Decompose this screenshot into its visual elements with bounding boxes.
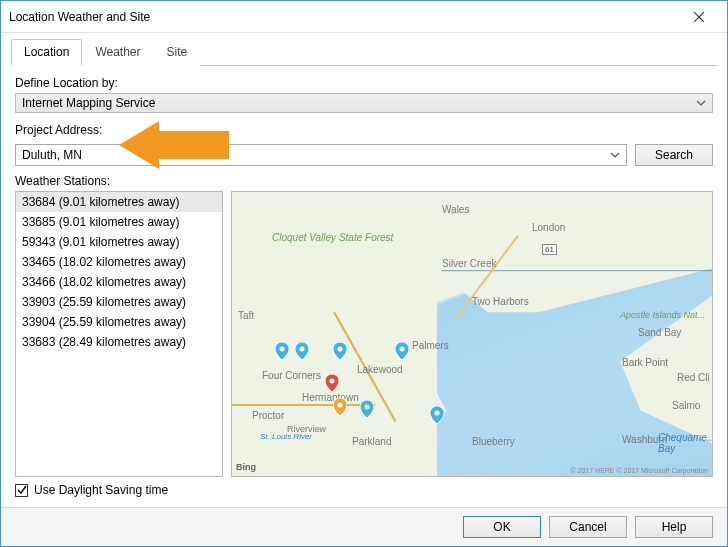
list-item[interactable]: 33685 (9.01 kilometres away) [16, 212, 222, 232]
list-item[interactable]: 59343 (9.01 kilometres away) [16, 232, 222, 252]
map-attribution-bing: Bing [236, 462, 256, 472]
tab-location[interactable]: Location [11, 39, 82, 66]
map-view[interactable]: Wales London Cloquet Valley State Forest… [231, 191, 713, 477]
map-place-label: Apostle Islands Nat... [620, 310, 705, 320]
map-place-label: Wales [442, 204, 469, 215]
daylight-saving-label: Use Daylight Saving time [34, 483, 168, 497]
map-place-label: London [532, 222, 565, 233]
dialog-window: Location Weather and Site Location Weath… [0, 0, 728, 547]
map-place-label: Chequame... Bay [658, 432, 713, 454]
daylight-saving-checkbox[interactable] [15, 484, 28, 497]
weather-stations-label: Weather Stations: [15, 174, 713, 188]
svg-point-5 [280, 347, 285, 352]
map-place-label: Parkland [352, 436, 391, 447]
list-item[interactable]: 33466 (18.02 kilometres away) [16, 272, 222, 292]
road-badge: 61 [542, 244, 557, 255]
svg-point-12 [435, 411, 440, 416]
map-place-label: Two Harbors [472, 296, 529, 307]
close-button[interactable] [679, 3, 719, 31]
svg-point-6 [300, 347, 305, 352]
tab-strip: Location Weather Site [1, 33, 727, 66]
list-item[interactable]: 33465 (18.02 kilometres away) [16, 252, 222, 272]
map-place-label: Red Cli [677, 372, 710, 383]
define-location-value: Internet Mapping Service [22, 96, 155, 110]
map-place-label: Blueberry [472, 436, 515, 447]
list-item[interactable]: 33684 (9.01 kilometres away) [16, 192, 222, 212]
ok-button[interactable]: OK [463, 516, 541, 538]
define-location-label: Define Location by: [15, 76, 713, 90]
map-pin-selected-icon[interactable] [325, 374, 339, 392]
map-place-label: Sand Bay [638, 327, 681, 338]
dialog-footer: OK Cancel Help [1, 507, 727, 546]
map-place-label: Hermantown [302, 392, 359, 403]
map-pin-icon[interactable] [395, 342, 409, 360]
svg-point-7 [338, 347, 343, 352]
svg-point-8 [400, 347, 405, 352]
svg-point-9 [330, 379, 335, 384]
tab-weather[interactable]: Weather [82, 39, 153, 66]
chevron-down-icon [610, 152, 620, 158]
chevron-down-icon [696, 100, 706, 106]
weather-stations-list[interactable]: 33684 (9.01 kilometres away) 33685 (9.01… [15, 191, 223, 477]
map-place-label: Cloquet Valley State Forest [272, 232, 393, 243]
map-place-label: Proctor [252, 410, 284, 421]
project-address-value: Duluth, MN [22, 148, 82, 162]
window-title: Location Weather and Site [9, 10, 679, 24]
tab-site[interactable]: Site [154, 39, 201, 66]
map-place-label: Salmo [672, 400, 700, 411]
map-pin-icon[interactable] [275, 342, 289, 360]
svg-point-10 [338, 403, 343, 408]
cancel-button[interactable]: Cancel [549, 516, 627, 538]
map-pin-icon[interactable] [295, 342, 309, 360]
map-place-label: Silver Creek [442, 258, 496, 269]
project-address-label: Project Address: [15, 123, 713, 137]
map-place-label: Four Corners [262, 370, 321, 381]
list-item[interactable]: 33904 (25.59 kilometres away) [16, 312, 222, 332]
map-pin-icon[interactable] [333, 342, 347, 360]
map-place-label: St. Louis River [260, 432, 312, 441]
map-place-label: Taft [238, 310, 254, 321]
map-pin-icon[interactable] [430, 406, 444, 424]
search-button[interactable]: Search [635, 144, 713, 166]
tab-content: Define Location by: Internet Mapping Ser… [1, 66, 727, 507]
svg-point-11 [365, 405, 370, 410]
define-location-combo[interactable]: Internet Mapping Service [15, 93, 713, 113]
map-pin-orange-icon[interactable] [333, 398, 347, 416]
list-item[interactable]: 33903 (25.59 kilometres away) [16, 292, 222, 312]
list-item[interactable]: 33683 (28.49 kilometres away) [16, 332, 222, 352]
map-place-label: Palmers [412, 340, 449, 351]
titlebar: Location Weather and Site [1, 1, 727, 33]
project-address-input[interactable]: Duluth, MN [15, 144, 627, 166]
help-button[interactable]: Help [635, 516, 713, 538]
map-pin-icon[interactable] [360, 400, 374, 418]
map-copyright: © 2017 HERE © 2017 Microsoft Corporation [570, 467, 708, 474]
map-place-label: Bark Point [622, 357, 668, 368]
map-place-label: Lakewood [357, 364, 403, 375]
